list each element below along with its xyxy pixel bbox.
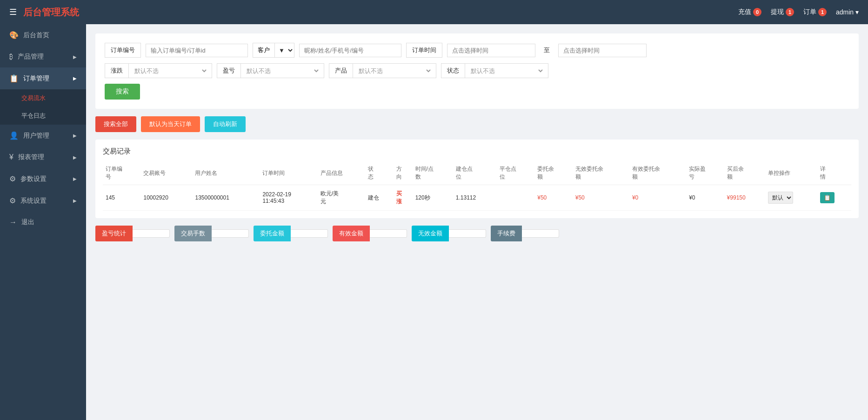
table-header-row: 订单编号 交易账号 用户姓名 订单时间 产品信息 状态 方向 时间/点数 建仓点… bbox=[103, 161, 851, 185]
date-end-input[interactable] bbox=[558, 44, 647, 57]
th-account: 交易账号 bbox=[140, 161, 192, 185]
date-start-input[interactable] bbox=[447, 44, 535, 57]
default-today-button[interactable]: 默认为当天订单 bbox=[141, 116, 200, 132]
sidebar-label-logout: 退出 bbox=[21, 218, 34, 227]
stat-valid-amount: 有效金额 bbox=[333, 226, 407, 241]
customer-type-select[interactable]: ▼ bbox=[275, 44, 294, 57]
product-arrow: ▶ bbox=[73, 54, 77, 60]
order-label: 订单 bbox=[803, 8, 816, 16]
sidebar-item-params[interactable]: ⚙ 参数设置 ▶ bbox=[0, 168, 86, 190]
stats-row: 盈亏统计 交易手数 委托金额 有效金额 无效金额 手续费 bbox=[95, 226, 859, 241]
th-product: 产品信息 bbox=[318, 161, 365, 185]
cell-order-time: 2022-02-1911:45:43 bbox=[260, 185, 318, 211]
customer-label: 客户 bbox=[253, 43, 275, 57]
stat-label-invalid-amount: 无效金额 bbox=[412, 226, 449, 241]
th-entrust: 委托余额 bbox=[534, 161, 572, 185]
sidebar-item-system[interactable]: ⚙ 系统设置 ▶ bbox=[0, 190, 86, 212]
th-order-time: 订单时间 bbox=[260, 161, 318, 185]
report-icon: ¥ bbox=[9, 153, 13, 161]
cell-username: 13500000001 bbox=[192, 185, 260, 211]
logout-icon: → bbox=[9, 218, 17, 227]
stat-profit-loss: 盈亏统计 bbox=[95, 226, 170, 241]
stat-label-entrust-amount: 委托金额 bbox=[254, 226, 291, 241]
status-select[interactable]: 默认不选 bbox=[469, 67, 544, 75]
header-left: ☰ 后台管理系统 bbox=[9, 6, 79, 19]
stat-value-trade-count bbox=[212, 229, 249, 238]
sidebar: 🎨 后台首页 ₿ 产品管理 ▶ 📋 订单管理 ▶ 交易流水 平仓日志 👤 bbox=[0, 24, 86, 420]
th-close-pos: 平仓点位 bbox=[497, 161, 534, 185]
product-select[interactable]: 默认不选 bbox=[357, 67, 432, 75]
filter-row-2: 涨跌 默认不选 盈亏 默认不选 产品 bbox=[105, 63, 849, 78]
sidebar-item-order[interactable]: 📋 订单管理 ▶ bbox=[0, 67, 86, 89]
menu-icon[interactable]: ☰ bbox=[9, 7, 17, 17]
filter-section: 订单编号 客户 ▼ 订单时间 至 涨跌 bbox=[95, 33, 859, 109]
recharge-badge[interactable]: 充值 0 bbox=[738, 8, 761, 16]
profit-loss-select[interactable]: 默认不选 bbox=[245, 67, 320, 75]
trade-table: 订单编号 交易账号 用户姓名 订单时间 产品信息 状态 方向 时间/点数 建仓点… bbox=[103, 161, 851, 211]
th-direction: 方向 bbox=[394, 161, 413, 185]
withdraw-badge[interactable]: 提现 1 bbox=[771, 8, 794, 16]
table-title: 交易记录 bbox=[103, 147, 851, 156]
ctrl-select[interactable]: 默认 bbox=[768, 192, 793, 204]
sidebar-item-product[interactable]: ₿ 产品管理 ▶ bbox=[0, 46, 86, 67]
direction-tag: 买涨 bbox=[396, 190, 402, 205]
order-icon: 📋 bbox=[9, 74, 19, 83]
product-label: 产品 bbox=[329, 63, 353, 78]
profit-loss-dropdown[interactable]: 默认不选 bbox=[240, 63, 324, 78]
order-count: 1 bbox=[818, 8, 827, 16]
search-all-button[interactable]: 搜索全部 bbox=[95, 116, 136, 132]
params-icon: ⚙ bbox=[9, 174, 16, 183]
sidebar-sub-trade-flow[interactable]: 交易流水 bbox=[0, 89, 86, 107]
rise-fall-select[interactable]: 默认不选 bbox=[133, 67, 208, 75]
table-head: 订单编号 交易账号 用户姓名 订单时间 产品信息 状态 方向 时间/点数 建仓点… bbox=[103, 161, 851, 185]
cell-order-no: 145 bbox=[103, 185, 140, 211]
withdraw-label: 提现 bbox=[771, 8, 784, 16]
filter-row-3: 搜索 bbox=[105, 84, 849, 100]
stat-fee: 手续费 bbox=[491, 226, 559, 241]
sidebar-label-report: 报表管理 bbox=[18, 153, 44, 161]
rise-fall-label: 涨跌 bbox=[105, 63, 128, 78]
cell-actual-profit: ¥0 bbox=[686, 185, 724, 211]
recharge-label: 充值 bbox=[738, 8, 751, 16]
user-icon: 👤 bbox=[9, 131, 19, 140]
cell-detail: 📋 bbox=[817, 185, 851, 211]
stat-value-fee bbox=[522, 229, 559, 238]
status-wrap: 状态 默认不选 bbox=[441, 63, 548, 78]
sidebar-label-user: 用户管理 bbox=[23, 132, 49, 140]
content-area: 订单编号 客户 ▼ 订单时间 至 涨跌 bbox=[86, 24, 868, 420]
product-dropdown[interactable]: 默认不选 bbox=[353, 63, 436, 78]
stat-invalid-amount: 无效金额 bbox=[412, 226, 486, 241]
cell-invalid-entrust: ¥50 bbox=[573, 185, 629, 211]
auto-refresh-button[interactable]: 自动刷新 bbox=[205, 116, 246, 132]
profit-loss-wrap: 盈亏 默认不选 bbox=[217, 63, 324, 78]
order-badge[interactable]: 订单 1 bbox=[803, 8, 827, 16]
dashboard-icon: 🎨 bbox=[9, 31, 19, 40]
sidebar-item-user[interactable]: 👤 用户管理 ▶ bbox=[0, 125, 86, 147]
stat-trade-count: 交易手数 bbox=[174, 226, 249, 241]
sidebar-item-dashboard[interactable]: 🎨 后台首页 bbox=[0, 24, 86, 46]
rise-fall-dropdown[interactable]: 默认不选 bbox=[128, 63, 212, 78]
th-order-no: 订单编号 bbox=[103, 161, 140, 185]
filter-row-1: 订单编号 客户 ▼ 订单时间 至 bbox=[105, 43, 849, 58]
cell-time-points: 120秒 bbox=[413, 185, 453, 211]
sidebar-item-report[interactable]: ¥ 报表管理 ▶ bbox=[0, 147, 86, 168]
top-header: ☰ 后台管理系统 充值 0 提现 1 订单 1 admin ▾ bbox=[0, 0, 868, 24]
search-button[interactable]: 搜索 bbox=[105, 84, 140, 100]
stat-label-trade-count: 交易手数 bbox=[174, 226, 212, 241]
cell-valid-entrust: ¥0 bbox=[629, 185, 686, 211]
cell-direction: 买涨 bbox=[394, 185, 413, 211]
cell-product: 欧元/美元 bbox=[318, 185, 365, 211]
system-arrow: ▶ bbox=[73, 198, 77, 203]
params-arrow: ▶ bbox=[73, 176, 77, 181]
cell-ctrl: 默认 bbox=[765, 185, 817, 211]
order-no-input[interactable] bbox=[146, 44, 248, 57]
profit-loss-label: 盈亏 bbox=[217, 63, 240, 78]
sidebar-sub-close-log[interactable]: 平仓日志 bbox=[0, 107, 86, 125]
sidebar-item-logout[interactable]: → 退出 bbox=[0, 212, 86, 233]
customer-input[interactable] bbox=[299, 44, 401, 57]
detail-button[interactable]: 📋 bbox=[820, 192, 835, 203]
date-separator: 至 bbox=[540, 46, 554, 54]
status-dropdown[interactable]: 默认不选 bbox=[465, 63, 548, 78]
admin-menu[interactable]: admin ▾ bbox=[836, 8, 859, 16]
stat-value-valid-amount bbox=[370, 229, 407, 238]
